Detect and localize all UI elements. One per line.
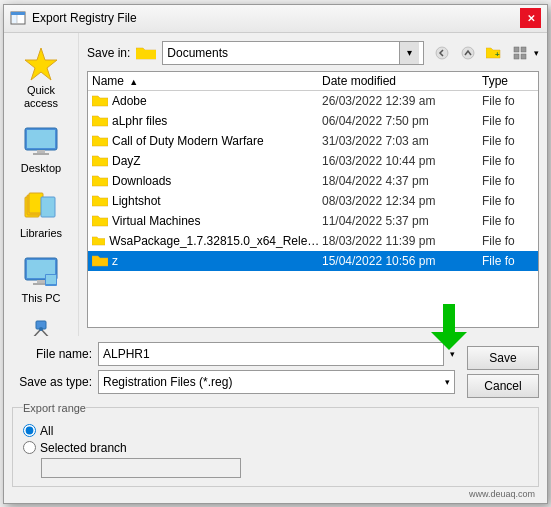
- svg-rect-25: [136, 50, 156, 59]
- main-area: Save in: Documents ▾: [79, 33, 547, 336]
- filename-row: File name: ▾: [12, 342, 455, 366]
- file-row-name: Downloads: [92, 174, 322, 188]
- folder-icon-small: [92, 194, 108, 208]
- selected-label: Selected branch: [40, 441, 127, 455]
- folder-icon-small: [92, 214, 108, 228]
- svg-rect-1: [12, 15, 17, 23]
- new-folder-icon: +: [486, 46, 502, 60]
- file-name-text: Lightshot: [112, 194, 161, 208]
- file-row[interactable]: Lightshot08/03/2022 12:34 pmFile fo: [88, 191, 538, 211]
- save-in-combo[interactable]: Documents ▾: [162, 41, 424, 65]
- col-name-header[interactable]: Name ▲: [92, 74, 322, 88]
- this-pc-icon: [23, 254, 59, 290]
- svg-point-27: [462, 47, 474, 59]
- view-btn[interactable]: [508, 41, 532, 65]
- file-row[interactable]: Call of Duty Modern Warfare31/03/2022 7:…: [88, 131, 538, 151]
- sidebar-item-network[interactable]: Network: [7, 314, 75, 335]
- view-dropdown[interactable]: ▾: [534, 48, 539, 58]
- save-in-row: Save in: Documents ▾: [87, 41, 539, 65]
- file-date-text: 18/03/2022 11:39 pm: [322, 234, 482, 248]
- sidebar-item-this-pc[interactable]: This PC: [7, 249, 75, 310]
- file-list-header: Name ▲ Date modified Type: [88, 72, 538, 91]
- export-range-title: Export range: [23, 402, 86, 414]
- back-btn[interactable]: [430, 41, 454, 65]
- file-row[interactable]: z15/04/2022 10:56 pmFile fo: [88, 251, 538, 271]
- file-date-text: 31/03/2022 7:03 am: [322, 134, 482, 148]
- sidebar-item-desktop[interactable]: Desktop: [7, 119, 75, 180]
- sort-arrow: ▲: [129, 77, 138, 87]
- file-date-text: 08/03/2022 12:34 pm: [322, 194, 482, 208]
- sidebar-item-libraries[interactable]: Libraries: [7, 184, 75, 245]
- file-row[interactable]: Downloads18/04/2022 4:37 pmFile fo: [88, 171, 538, 191]
- col-date-header[interactable]: Date modified: [322, 74, 482, 88]
- svg-rect-30: [521, 47, 526, 52]
- quick-access-icon: [23, 46, 59, 82]
- dialog-title: Export Registry File: [32, 11, 137, 25]
- svg-rect-31: [514, 54, 519, 59]
- svg-rect-32: [521, 54, 526, 59]
- save-in-label: Save in:: [87, 46, 130, 60]
- svg-point-26: [436, 47, 448, 59]
- bottom-form: File name: ▾ Save as type: Registration …: [12, 342, 539, 398]
- svg-rect-6: [27, 130, 55, 148]
- network-icon: [23, 319, 59, 335]
- up-btn[interactable]: [456, 41, 480, 65]
- up-icon: [461, 46, 475, 60]
- savetype-combo[interactable]: Registration Files (*.reg) ▾: [98, 370, 455, 394]
- svg-rect-29: [514, 47, 519, 52]
- file-row[interactable]: Adobe26/03/2022 12:39 amFile fo: [88, 91, 538, 111]
- this-pc-label: This PC: [21, 292, 60, 305]
- col-type-header[interactable]: Type: [482, 74, 534, 88]
- libraries-label: Libraries: [20, 227, 62, 240]
- svg-marker-4: [25, 48, 57, 80]
- file-name-text: z: [112, 254, 118, 268]
- folder-icon-small: [92, 254, 108, 268]
- toolbar-row: + ▾: [430, 41, 539, 65]
- selected-radio-row: Selected branch: [23, 441, 528, 455]
- file-type-text: File fo: [482, 134, 534, 148]
- file-type-text: File fo: [482, 114, 534, 128]
- folder-icon-small: [92, 174, 108, 188]
- cancel-button[interactable]: Cancel: [467, 374, 539, 398]
- file-row[interactable]: aLphr files06/04/2022 7:50 pmFile fo: [88, 111, 538, 131]
- export-range: Export range All Selected branch: [12, 402, 539, 487]
- all-radio-row: All: [23, 424, 528, 438]
- sidebar-item-quick-access[interactable]: Quick access: [7, 41, 75, 115]
- file-name-text: aLphr files: [112, 114, 167, 128]
- file-type-text: File fo: [482, 214, 534, 228]
- file-name-text: Downloads: [112, 174, 171, 188]
- file-type-text: File fo: [482, 174, 534, 188]
- svg-rect-8: [33, 153, 49, 155]
- action-buttons: Save Cancel: [467, 346, 539, 398]
- file-type-text: File fo: [482, 234, 534, 248]
- all-radio[interactable]: [23, 424, 36, 437]
- savetype-row: Save as type: Registration Files (*.reg)…: [12, 370, 455, 394]
- save-button[interactable]: Save: [467, 346, 539, 370]
- folder-icon-small: [92, 154, 108, 168]
- file-row[interactable]: DayZ16/03/2022 10:44 pmFile fo: [88, 151, 538, 171]
- selected-radio[interactable]: [23, 441, 36, 454]
- file-row-name: Virtual Machines: [92, 214, 322, 228]
- filename-input[interactable]: [98, 342, 444, 366]
- file-type-text: File fo: [482, 194, 534, 208]
- filename-dropdown-btn[interactable]: ▾: [450, 349, 455, 359]
- file-row[interactable]: WsaPackage_1.7.32815.0_x64_Release-Night…: [88, 231, 538, 251]
- watermark: www.deuaq.com: [12, 487, 539, 499]
- file-date-text: 11/04/2022 5:37 pm: [322, 214, 482, 228]
- file-list-scroll[interactable]: Adobe26/03/2022 12:39 amFile foaLphr fil…: [88, 91, 538, 327]
- folder-icon-small: [92, 94, 108, 108]
- close-button[interactable]: ✕: [520, 8, 541, 28]
- folder-icon-small: [92, 114, 108, 128]
- selected-branch-input[interactable]: [41, 458, 241, 478]
- save-in-dropdown-btn[interactable]: ▾: [399, 42, 419, 64]
- export-registry-dialog: Export Registry File ✕ Quick access: [3, 4, 548, 504]
- desktop-icon: [23, 124, 59, 160]
- file-name-text: Virtual Machines: [112, 214, 201, 228]
- all-label: All: [40, 424, 53, 438]
- file-row-name: aLphr files: [92, 114, 322, 128]
- new-folder-btn[interactable]: +: [482, 41, 506, 65]
- savetype-arrow: ▾: [445, 377, 450, 387]
- svg-rect-3: [11, 12, 25, 15]
- file-row[interactable]: Virtual Machines11/04/2022 5:37 pmFile f…: [88, 211, 538, 231]
- file-date-text: 06/04/2022 7:50 pm: [322, 114, 482, 128]
